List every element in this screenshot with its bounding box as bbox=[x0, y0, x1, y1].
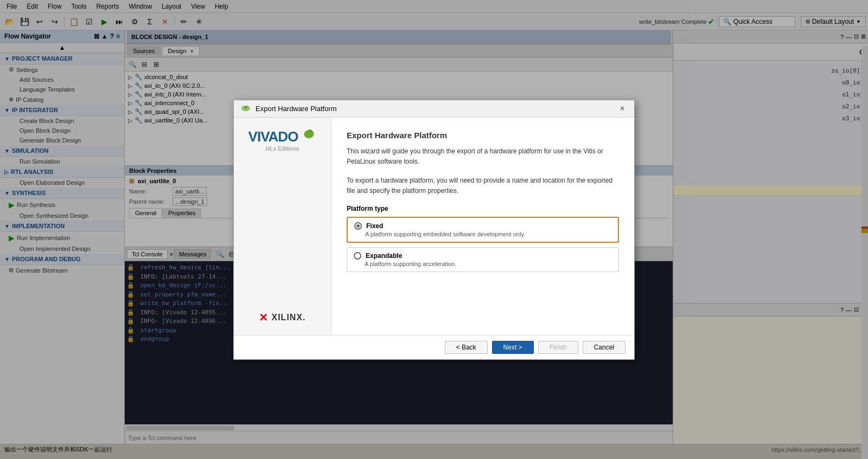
platform-expandable-desc: A platform supporting acceleration. bbox=[354, 261, 612, 267]
xilinx-text: XILINX. bbox=[271, 313, 305, 322]
modal-body: VIVADO HLx Editions ✕ XILINX. bbox=[234, 118, 634, 335]
back-button[interactable]: < Back bbox=[445, 341, 488, 354]
modal-description-1: This wizard will guide you through the e… bbox=[347, 146, 619, 167]
vivado-logo: VIVADO bbox=[248, 128, 317, 145]
platform-option-fixed[interactable]: Fixed A platform supporting embedded sof… bbox=[347, 217, 619, 243]
platform-option-expandable-header: Expandable bbox=[354, 252, 612, 260]
modal-overlay: Export Hardware Platform × VIVADO bbox=[0, 0, 868, 459]
radio-fixed[interactable] bbox=[354, 222, 362, 230]
finish-button[interactable]: Finish bbox=[538, 341, 578, 354]
platform-fixed-desc: A platform supporting embedded software … bbox=[354, 231, 611, 237]
modal-left-panel: VIVADO HLx Editions ✕ XILINX. bbox=[234, 118, 331, 335]
modal-right-panel: Export Hardware Platform This wizard wil… bbox=[331, 118, 634, 335]
modal-title-text: Export Hardware Platform bbox=[256, 105, 612, 113]
platform-option-expandable[interactable]: Expandable A platform supporting acceler… bbox=[347, 247, 619, 272]
platform-fixed-title: Fixed bbox=[366, 222, 383, 230]
platform-type-label: Platform type bbox=[347, 205, 619, 212]
radio-expandable[interactable] bbox=[354, 252, 361, 260]
vivado-bird-icon bbox=[300, 127, 316, 145]
platform-option-fixed-header: Fixed bbox=[354, 222, 611, 230]
next-button[interactable]: Next > bbox=[492, 341, 534, 354]
vivado-text: VIVADO bbox=[248, 128, 298, 145]
export-hardware-modal: Export Hardware Platform × VIVADO bbox=[233, 100, 635, 360]
svg-point-1 bbox=[244, 106, 247, 109]
modal-section-title: Export Hardware Platform bbox=[347, 131, 619, 140]
modal-title-icon bbox=[240, 103, 251, 114]
modal-titlebar: Export Hardware Platform × bbox=[234, 100, 634, 118]
xilinx-x-icon: ✕ bbox=[259, 311, 268, 324]
cancel-button[interactable]: Cancel bbox=[583, 341, 626, 354]
xilinx-logo: ✕ XILINX. bbox=[259, 311, 305, 324]
vivado-hlx-text: HLx Editions bbox=[266, 145, 299, 152]
platform-expandable-title: Expandable bbox=[366, 252, 402, 260]
modal-close-button[interactable]: × bbox=[617, 103, 628, 114]
modal-description-2: To export a hardware platform, you will … bbox=[347, 176, 619, 196]
modal-footer: < Back Next > Finish Cancel bbox=[234, 335, 634, 359]
